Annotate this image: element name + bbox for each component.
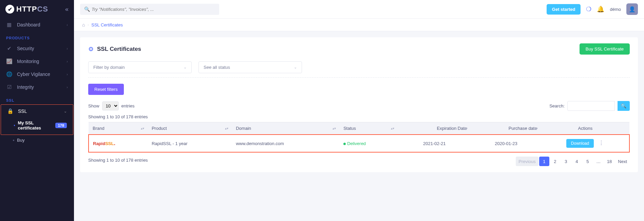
page-5[interactable]: 5 — [583, 157, 593, 166]
card-header: ⚙ SSL Certificates Buy SSL Certificate — [88, 43, 630, 55]
nav-label: Cyber Vigilance — [17, 72, 50, 77]
logo[interactable]: ✔ HTTPCS « — [0, 0, 74, 18]
topbar-right: Get started ❍ 🔔 démo 👤 — [547, 3, 638, 15]
section-ssl: SSL — [0, 94, 74, 104]
check-circle-icon: ✔ — [6, 45, 12, 52]
filters: Filter by domain ⌄ See all status ⌄ — [88, 61, 630, 73]
chevron-right-icon: › — [67, 72, 68, 76]
col-product[interactable]: Product▴▾ — [148, 122, 232, 135]
section-products: PRODUCTS — [0, 31, 74, 42]
table-info-top: Showing 1 to 10 of 178 entries — [88, 114, 630, 119]
cell-status: Delivered — [339, 135, 398, 152]
show-entries: Show 10 entries — [88, 101, 135, 110]
select-label: Filter by domain — [93, 65, 125, 70]
page-previous[interactable]: Previous — [516, 157, 538, 166]
filter-status-select[interactable]: See all status ⌄ — [198, 61, 302, 73]
search-icon: 🔍 — [84, 6, 90, 12]
divider — [88, 77, 630, 78]
cell-product: RapidSSL - 1 year — [148, 135, 232, 152]
bell-icon[interactable]: 🔔 — [597, 5, 604, 13]
sort-icon: ▴▾ — [534, 127, 538, 130]
avatar[interactable]: 👤 — [626, 3, 638, 15]
dot-icon — [14, 125, 15, 126]
cell-expiration: 2021-02-21 — [398, 135, 471, 152]
breadcrumb-current[interactable]: SSL Certificates — [91, 22, 123, 27]
nav-label: Monitoring — [17, 59, 39, 64]
table-search-button[interactable]: 🔍 — [618, 101, 630, 111]
page-2[interactable]: 2 — [550, 157, 560, 166]
sidebar-item-dashboard[interactable]: ▦ Dashboard › — [0, 18, 74, 31]
sidebar-sub-buy[interactable]: Buy — [0, 135, 74, 145]
table-row: RapidSSL. RapidSSL - 1 year www.demonstr… — [89, 135, 629, 152]
ssl-highlight: 🔒 SSL ⌄ My SSL certificates 178 — [1, 104, 73, 135]
col-domain[interactable]: Domain▴▾ — [232, 122, 339, 135]
main: 🔍 Get started ❍ 🔔 démo 👤 ⌂ · SSL Certifi… — [74, 0, 644, 221]
home-icon[interactable]: ⌂ — [82, 22, 85, 27]
chevron-right-icon: › — [67, 85, 68, 89]
chevron-down-icon: ⌄ — [64, 109, 67, 114]
download-button[interactable]: Download — [566, 139, 594, 148]
entries-select[interactable]: 10 — [102, 101, 119, 110]
breadcrumb: ⌂ · SSL Certificates — [74, 19, 644, 31]
sidebar-sub-my-certificates[interactable]: My SSL certificates 178 — [1, 118, 73, 133]
chart-icon: 📈 — [6, 58, 12, 64]
count-badge: 178 — [55, 123, 67, 128]
buy-ssl-button[interactable]: Buy SSL Certificate — [580, 43, 630, 55]
sort-icon: ▴▾ — [464, 127, 468, 130]
lock-icon: 🔒 — [7, 108, 13, 114]
page-18[interactable]: 18 — [604, 157, 614, 166]
pagination: Previous 1 2 3 4 5 … 18 Next — [516, 157, 630, 166]
sort-icon: ▴▾ — [391, 127, 394, 130]
col-actions: Actions — [541, 122, 629, 135]
sitemap-icon: ⚙ — [88, 45, 94, 53]
page-1[interactable]: 1 — [539, 157, 549, 166]
sub-label: Buy — [17, 138, 24, 143]
get-started-button[interactable]: Get started — [547, 4, 581, 15]
filter-domain-select[interactable]: Filter by domain ⌄ — [88, 61, 192, 73]
table-search: Search: 🔍 — [549, 101, 630, 111]
certificates-table: Brand▴▾ Product▴▾ Domain▴▾ Status▴▾ Expi… — [88, 122, 630, 153]
col-status[interactable]: Status▴▾ — [339, 122, 398, 135]
globe-icon: 🌐 — [6, 71, 12, 77]
logo-mark-icon: ✔ — [5, 5, 14, 14]
sidebar-item-security[interactable]: ✔ Security › — [0, 42, 74, 55]
show-label: Show — [88, 103, 99, 108]
cell-domain: www.demonstration.com — [232, 135, 339, 152]
page-4[interactable]: 4 — [572, 157, 582, 166]
table-info-bottom: Showing 1 to 10 of 178 entries — [88, 158, 148, 163]
reset-filters-button[interactable]: Reset filters — [88, 84, 124, 95]
cell-purchase: 2020-01-23 — [471, 135, 541, 152]
logo-text: HTTPCS — [16, 5, 48, 14]
shield-icon: ☑ — [6, 84, 12, 90]
collapse-sidebar-icon[interactable]: « — [65, 6, 69, 13]
page-3[interactable]: 3 — [561, 157, 571, 166]
chevron-right-icon: › — [67, 59, 68, 63]
ssl-card: ⚙ SSL Certificates Buy SSL Certificate F… — [80, 37, 638, 172]
sort-icon: ▴▾ — [225, 127, 228, 130]
col-brand[interactable]: Brand▴▾ — [89, 122, 148, 135]
chevron-right-icon: › — [67, 23, 68, 27]
help-icon[interactable]: ❍ — [586, 5, 591, 13]
chevron-down-icon: ⌄ — [294, 65, 297, 69]
sidebar-item-monitoring[interactable]: 📈 Monitoring › — [0, 55, 74, 68]
nav-label: SSL — [18, 108, 27, 114]
table-footer: Showing 1 to 10 of 178 entries Previous … — [88, 157, 630, 166]
sidebar-item-integrity[interactable]: ☑ Integrity › — [0, 81, 74, 94]
sidebar-item-ssl[interactable]: 🔒 SSL ⌄ — [1, 105, 73, 118]
page-next[interactable]: Next — [615, 157, 630, 166]
table-search-input[interactable] — [567, 101, 615, 111]
breadcrumb-sep: · — [88, 23, 89, 27]
page-title: SSL Certificates — [97, 46, 141, 53]
topbar: 🔍 Get started ❍ 🔔 démo 👤 — [74, 0, 644, 19]
col-expiration[interactable]: Expiration Date▴▾ — [398, 122, 471, 135]
sort-icon: ▴▾ — [141, 127, 144, 130]
sub-label: My SSL certificates — [18, 120, 52, 130]
chevron-down-icon: ⌄ — [184, 65, 187, 69]
search-input[interactable] — [80, 4, 219, 15]
sidebar-item-cyber-vigilance[interactable]: 🌐 Cyber Vigilance › — [0, 68, 74, 81]
table-controls: Show 10 entries Search: 🔍 — [88, 101, 630, 111]
kebab-menu-icon[interactable]: ⋮ — [599, 140, 604, 146]
nav-label: Security — [17, 46, 34, 51]
cell-actions: Download ⋮ — [541, 135, 629, 152]
col-purchase[interactable]: Purchase date▴▾ — [471, 122, 541, 135]
